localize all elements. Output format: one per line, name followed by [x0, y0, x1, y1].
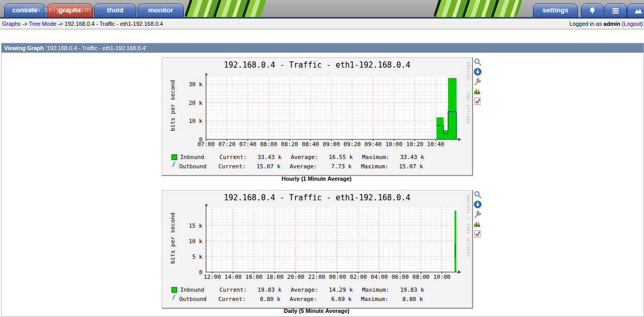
- site-watermark: www.selyuo.com: [22, 5, 91, 13]
- graph-preview-icon: [634, 7, 642, 15]
- x-tick-label: 10:00: [430, 274, 454, 280]
- legend-value-maximum: 19.83 k: [393, 287, 424, 293]
- traffic-plot: [206, 73, 464, 145]
- breadcrumb-current: 192.168.0.4 - Traffic - eth1-192.168.0.4: [65, 21, 163, 27]
- legend-label-average: Average:: [290, 296, 321, 303]
- cacti-plant-decoration: [184, 0, 266, 17]
- rrdtool-watermark: RRDTOOL / TOBI OETIKER: [466, 62, 470, 124]
- y-axis-label: bits per second: [169, 80, 176, 131]
- graph-edit-check-icon[interactable]: [474, 97, 482, 105]
- legend-value-average: 14.29 k: [322, 287, 353, 293]
- graph-caption-daily: Daily (5 Minute Average): [162, 308, 472, 314]
- legend-value-maximum: 8.80 k: [392, 296, 423, 303]
- y-axis-label: bits per second: [169, 213, 176, 264]
- legend-value-maximum: 33.43 k: [393, 154, 424, 161]
- tab-monitor-label: monitor: [148, 6, 173, 14]
- tab-thold[interactable]: thold: [94, 4, 136, 17]
- top-nav-bar: console graphs thold monitor settings: [0, 0, 644, 19]
- legend-value-average: 16.55 k: [322, 154, 353, 161]
- breadcrumb-bar: Graphs -> Tree Mode -> 192.168.0.4 - Tra…: [0, 19, 644, 29]
- csv-export-icon[interactable]: [474, 200, 482, 209]
- inbound-swatch: [171, 287, 177, 293]
- graph-debug-icon[interactable]: [474, 87, 482, 96]
- graph-caption-hourly: Hourly (1 Minute Average): [162, 176, 472, 182]
- cacti-app: console graphs thold monitor settings: [0, 0, 644, 317]
- username: admin: [604, 21, 620, 27]
- graph-actions-hourly: [474, 58, 484, 107]
- y-tick-label: 5 k: [177, 253, 202, 260]
- graph-edit-check-icon[interactable]: [474, 230, 482, 238]
- legend-label-current: Current:: [218, 296, 249, 303]
- breadcrumb: Graphs -> Tree Mode -> 192.168.0.4 - Tra…: [2, 19, 163, 29]
- logout-link[interactable]: (Logout): [622, 21, 643, 27]
- tab-preview-view[interactable]: [627, 4, 644, 17]
- graph-title: 192.168.0.4 - Traffic - eth1-192.168.0.4: [162, 60, 472, 70]
- legend-value-maximum: 15.07 k: [392, 163, 423, 170]
- legend-label-current: Current:: [218, 163, 249, 170]
- legend-value-current: 8.80 k: [249, 296, 280, 303]
- y-tick-label: 30 k: [177, 81, 202, 88]
- tab-settings[interactable]: settings: [533, 4, 578, 17]
- list-icon: [611, 7, 620, 15]
- legend-row-outbound: Outbound Current: 8.80 k Average: 6.69 k…: [171, 294, 424, 304]
- breadcrumb-link-graphs[interactable]: Graphs: [2, 21, 21, 27]
- rrd-graph-daily[interactable]: 192.168.0.4 - Traffic - eth1-192.168.0.4…: [162, 190, 473, 309]
- legend-series-name: Outbound: [179, 296, 218, 303]
- legend-label-average: Average:: [291, 287, 322, 293]
- tab-monitor[interactable]: monitor: [137, 4, 184, 17]
- breadcrumb-separator: ->: [58, 21, 63, 27]
- y-tick-label: 0: [177, 269, 202, 276]
- tree-icon: [588, 7, 596, 15]
- graph-actions-daily: [474, 191, 484, 240]
- y-tick-label: 20 k: [177, 100, 202, 106]
- graph-source-wrench-icon[interactable]: [474, 77, 482, 86]
- content-panel: Viewing Graph'192.168.0.4 - Traffic - et…: [1, 43, 644, 317]
- csv-export-icon[interactable]: [474, 68, 482, 76]
- legend-label-average: Average:: [291, 154, 322, 161]
- legend-series-name: Inbound: [180, 154, 219, 161]
- x-tick-label: 10:40: [423, 141, 448, 148]
- legend-value-current: 19.83 k: [250, 287, 281, 293]
- legend-row-outbound: Outbound Current: 15.07 k Average: 7.73 …: [171, 162, 424, 171]
- graph-legend: Inbound Current: 33.43 k Average: 16.55 …: [171, 152, 424, 171]
- rrd-graph-hourly[interactable]: 192.168.0.4 - Traffic - eth1-192.168.0.4…: [162, 57, 473, 176]
- cacti-plant-decoration: [433, 0, 523, 17]
- graph-title: 192.168.0.4 - Traffic - eth1-192.168.0.4: [162, 193, 472, 202]
- y-tick-label: 15 k: [177, 223, 202, 229]
- y-tick-label: 10 k: [177, 238, 202, 245]
- legend-value-average: 7.73 k: [321, 163, 352, 170]
- legend-label-current: Current:: [219, 154, 250, 161]
- graph-debug-icon[interactable]: [474, 220, 482, 228]
- viewing-graph-header: Viewing Graph'192.168.0.4 - Traffic - et…: [2, 43, 643, 53]
- legend-value-average: 6.69 k: [321, 296, 352, 303]
- legend-label-average: Average:: [290, 163, 321, 170]
- legend-row-inbound: Inbound Current: 19.83 k Average: 14.29 …: [171, 285, 424, 294]
- outbound-swatch: [171, 297, 176, 302]
- legend-label-current: Current:: [219, 287, 250, 293]
- legend-value-current: 33.43 k: [250, 154, 281, 161]
- legend-value-current: 15.07 k: [249, 163, 280, 170]
- zoom-graph-icon[interactable]: [474, 191, 482, 199]
- y-tick-label: 10 k: [177, 118, 202, 124]
- tab-settings-label: settings: [543, 6, 569, 14]
- session-info: Logged in as admin (Logout): [569, 19, 643, 29]
- traffic-plot: [206, 204, 464, 277]
- outbound-swatch: [171, 164, 176, 169]
- legend-label-maximum: Maximum:: [361, 296, 392, 303]
- tab-thold-label: thold: [107, 6, 123, 14]
- legend-label-maximum: Maximum:: [362, 154, 393, 161]
- legend-label-maximum: Maximum:: [361, 163, 392, 170]
- legend-series-name: Outbound: [179, 163, 218, 170]
- inbound-swatch: [171, 154, 177, 160]
- viewing-graph-title: '192.168.0.4 - Traffic - eth1-192.168.0.…: [46, 45, 147, 51]
- graph-legend: Inbound Current: 19.83 k Average: 14.29 …: [171, 285, 424, 304]
- zoom-graph-icon[interactable]: [474, 58, 482, 66]
- logged-in-text: Logged in as: [569, 21, 602, 27]
- graph-source-wrench-icon[interactable]: [474, 210, 482, 218]
- tab-tree-view[interactable]: [581, 4, 604, 17]
- legend-label-maximum: Maximum:: [362, 287, 393, 293]
- breadcrumb-separator: ->: [22, 21, 27, 27]
- viewing-graph-label: Viewing Graph: [4, 45, 44, 51]
- breadcrumb-link-tree-mode[interactable]: Tree Mode: [29, 21, 56, 27]
- tab-list-view[interactable]: [604, 4, 627, 17]
